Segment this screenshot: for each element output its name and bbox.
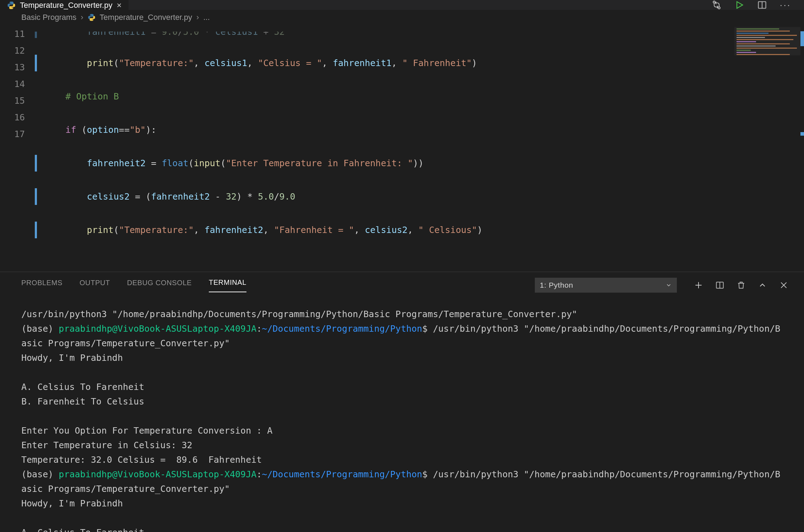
tab-title: Temperature_Converter.py	[20, 1, 112, 10]
chevron-right-icon: ›	[81, 13, 83, 22]
tab-debug-console[interactable]: DEBUG CONSOLE	[127, 279, 192, 292]
split-terminal-icon[interactable]	[715, 281, 724, 290]
compare-changes-icon[interactable]	[712, 0, 722, 10]
tab-bar: Temperature_Converter.py × ···	[0, 0, 804, 10]
new-terminal-icon[interactable]	[694, 281, 703, 290]
panel-tabs: PROBLEMS OUTPUT DEBUG CONSOLE TERMINAL 1…	[0, 272, 804, 293]
breadcrumb-folder[interactable]: Basic Programs	[21, 13, 76, 22]
terminal-selector-label: 1: Python	[540, 281, 573, 289]
tab-terminal[interactable]: TERMINAL	[209, 278, 246, 292]
minimap[interactable]	[733, 26, 804, 132]
close-icon[interactable]: ×	[116, 1, 121, 10]
split-editor-icon[interactable]	[757, 0, 767, 10]
editor-actions: ···	[712, 0, 804, 10]
editor-tab[interactable]: Temperature_Converter.py ×	[0, 0, 129, 10]
more-actions-icon[interactable]: ···	[780, 0, 791, 10]
run-icon[interactable]	[734, 0, 744, 10]
line-numbers: 11 12 13 14 15 16 17	[0, 26, 35, 272]
python-icon	[7, 1, 16, 10]
panel: PROBLEMS OUTPUT DEBUG CONSOLE TERMINAL 1…	[0, 272, 804, 532]
trash-icon[interactable]	[737, 281, 746, 290]
breadcrumb-file[interactable]: Temperature_Converter.py	[100, 13, 192, 22]
terminal[interactable]: /usr/bin/python3 "/home/praabindhp/Docum…	[0, 293, 804, 532]
overview-ruler[interactable]	[800, 26, 804, 136]
editor[interactable]: 11 12 13 14 15 16 17 fahrenheit1 = 9.0/5…	[0, 26, 804, 272]
breadcrumb-symbol[interactable]: ...	[203, 13, 210, 22]
tab-problems[interactable]: PROBLEMS	[21, 279, 63, 292]
svg-point-1	[718, 7, 720, 9]
close-panel-icon[interactable]	[779, 281, 788, 290]
chevron-up-icon[interactable]	[758, 281, 767, 290]
svg-point-0	[713, 1, 715, 3]
chevron-right-icon: ›	[196, 13, 199, 22]
code-area[interactable]: fahrenheit1 = 9.0/5.0 * celsius1 + 32 pr…	[35, 26, 482, 272]
terminal-selector[interactable]: 1: Python	[535, 278, 677, 293]
breadcrumb[interactable]: Basic Programs › Temperature_Converter.p…	[0, 10, 804, 26]
tab-output[interactable]: OUTPUT	[80, 279, 110, 292]
chevron-down-icon	[666, 282, 672, 288]
python-icon	[88, 13, 96, 21]
